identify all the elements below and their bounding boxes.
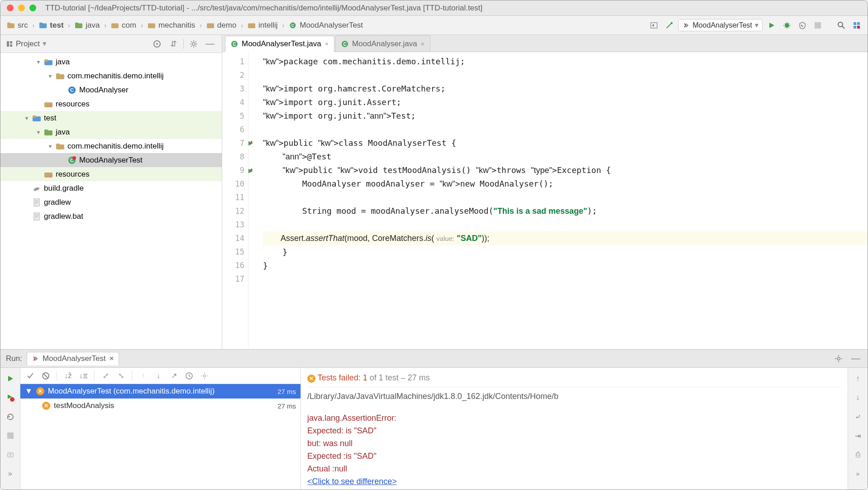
test-row-0[interactable]: ▼ ✕MoodAnalyserTest (com.mechanitis.demo… xyxy=(20,384,300,399)
run-config-combo[interactable]: MoodAnalyserTest ▾ xyxy=(678,19,763,31)
tree-row-gradlew[interactable]: gradlew xyxy=(0,195,222,209)
tree-arrow-icon[interactable]: ▼ xyxy=(48,73,53,79)
rerun-icon[interactable] xyxy=(4,372,17,385)
svg-rect-17 xyxy=(857,22,860,25)
close-icon[interactable]: × xyxy=(421,40,424,48)
project-header-title[interactable]: Project ▾ xyxy=(6,39,147,48)
tree-label: java xyxy=(56,58,70,67)
nav-back-icon[interactable] xyxy=(648,19,660,32)
tree-row-java[interactable]: ▼java xyxy=(0,125,222,139)
stderr-line: java.lang.AssertionError: xyxy=(307,412,841,424)
window-max-dot[interactable] xyxy=(29,5,36,11)
svg-rect-45 xyxy=(34,199,39,206)
test-tree[interactable]: ▼ ✕MoodAnalyserTest (com.mechanitis.demo… xyxy=(20,384,300,490)
run-panel-header: Run: MoodAnalyserTest × — xyxy=(0,350,868,368)
run-button[interactable] xyxy=(765,19,778,32)
tree-label: MoodAnalyserTest xyxy=(79,156,143,165)
search-icon[interactable] xyxy=(835,19,848,32)
rerun-failed-icon[interactable] xyxy=(4,391,17,404)
export-icon[interactable]: ↗ xyxy=(167,370,180,382)
fail-status-icon: ✕ xyxy=(42,402,50,410)
locate-icon[interactable] xyxy=(151,38,163,50)
tree-arrow-icon[interactable]: ▼ xyxy=(48,144,53,149)
expand-all-icon[interactable]: ⇵ xyxy=(167,38,180,50)
tree-row-com-mechanitis-demo-intellij[interactable]: ▼com.mechanitis.demo.intellij xyxy=(0,139,222,153)
scroll-up-icon[interactable]: ↑ xyxy=(852,372,864,385)
scroll-down-icon[interactable]: ↓ xyxy=(852,391,864,404)
hide-panel-icon[interactable]: — xyxy=(204,38,216,50)
editor-tab-moodanalysertest-java[interactable]: CMoodAnalyserTest.java× xyxy=(225,36,334,52)
tree-row-resources[interactable]: resources xyxy=(0,97,222,111)
tree-row-com-mechanitis-demo-intellij[interactable]: ▼com.mechanitis.demo.intellij xyxy=(0,69,222,83)
svg-point-52 xyxy=(10,397,14,402)
see-difference-link[interactable]: <Click to see difference> xyxy=(307,477,397,486)
svg-point-13 xyxy=(785,23,789,28)
close-icon[interactable]: × xyxy=(110,354,114,363)
svg-rect-33 xyxy=(49,104,52,107)
sort-time-icon[interactable]: ↓⧖ xyxy=(77,370,90,382)
tree-row-resources[interactable]: resources xyxy=(0,167,222,181)
crumb-class[interactable]: CMoodAnalyserTest xyxy=(287,20,365,31)
stop-icon xyxy=(4,429,17,442)
code-area[interactable]: 1234567891011121314151617 ▶●▶● "kw">pack… xyxy=(222,52,868,349)
more-icon[interactable]: » xyxy=(852,467,864,480)
stderr-line: Actual :null xyxy=(307,462,841,475)
sort-icon[interactable]: ↓ẑ xyxy=(62,370,74,382)
tree-arrow-icon[interactable]: ▼ xyxy=(24,115,29,121)
crumb-test[interactable]: test xyxy=(37,20,65,31)
close-icon[interactable]: × xyxy=(325,40,329,48)
stderr-line: but: was null xyxy=(307,437,841,450)
history-icon[interactable] xyxy=(183,370,196,382)
gear-icon[interactable] xyxy=(832,352,845,365)
tree-row-moodanalyser[interactable]: CMoodAnalyser xyxy=(0,83,222,97)
soft-wrap-icon[interactable]: ⤶ xyxy=(852,410,864,423)
collapse-icon[interactable]: ⤡ xyxy=(114,370,127,382)
crumb-demo[interactable]: demo xyxy=(205,20,238,31)
expand-icon[interactable]: ⤢ xyxy=(99,370,112,382)
file-icon xyxy=(32,198,41,207)
tree-arrow-icon[interactable]: ▼ xyxy=(36,130,41,135)
crumb-com[interactable]: com xyxy=(109,20,138,31)
crumb-mechanitis[interactable]: mechanitis xyxy=(146,20,197,31)
next-icon[interactable]: ↓ xyxy=(152,370,165,382)
tree-row-java[interactable]: ▼java xyxy=(0,55,222,69)
crumb-src[interactable]: src xyxy=(5,20,30,31)
test-row-1[interactable]: ✕testMoodAnalysis27 ms xyxy=(20,399,300,413)
show-ignored-icon[interactable] xyxy=(39,370,52,382)
more-icon[interactable]: » xyxy=(4,467,17,480)
run-tab[interactable]: MoodAnalyserTest × xyxy=(27,352,119,365)
tree-row-build-gradle[interactable]: build.gradle xyxy=(0,181,222,195)
gear-icon[interactable] xyxy=(198,370,211,382)
tree-row-test[interactable]: ▼test xyxy=(0,111,222,125)
coverage-button[interactable] xyxy=(796,19,809,32)
chevron-right-icon: › xyxy=(200,22,202,29)
debug-button[interactable] xyxy=(781,19,793,32)
gear-icon[interactable] xyxy=(187,38,200,50)
window-min-dot[interactable] xyxy=(18,5,25,11)
dump-icon[interactable] xyxy=(4,448,17,461)
crumb-java[interactable]: java xyxy=(73,20,101,31)
show-passed-icon[interactable] xyxy=(24,370,37,382)
svg-rect-3 xyxy=(39,22,43,24)
editor-tab-moodanalyser-java[interactable]: CMoodAnalyser.java× xyxy=(335,35,430,52)
project-structure-icon[interactable] xyxy=(850,19,863,32)
build-icon[interactable] xyxy=(663,19,676,32)
print-icon[interactable]: ⎙ xyxy=(852,448,864,461)
scroll-end-icon[interactable]: ⇥ xyxy=(852,429,864,442)
hide-panel-icon[interactable]: — xyxy=(849,352,862,365)
tree-label: build.gradle xyxy=(44,184,84,193)
crumb-intellij[interactable]: intellij xyxy=(246,20,280,31)
project-tree[interactable]: ▼java▼com.mechanitis.demo.intellijCMoodA… xyxy=(0,53,222,349)
prev-icon[interactable]: ↑ xyxy=(137,370,149,382)
chevron-right-icon: › xyxy=(141,22,143,29)
test-output[interactable]: ✕ Tests failed: 1 of 1 test – 27 ms /Lib… xyxy=(301,368,848,490)
window-close-dot[interactable] xyxy=(7,5,14,11)
source-code[interactable]: "kw">package com.mechanitis.demo.intelli… xyxy=(258,52,868,349)
svg-rect-27 xyxy=(44,59,48,62)
svg-rect-44 xyxy=(49,174,52,177)
tree-row-gradlew-bat[interactable]: gradlew.bat xyxy=(0,209,222,223)
folder-r-icon xyxy=(44,100,53,108)
toggle-auto-icon[interactable] xyxy=(4,410,17,423)
tree-arrow-icon[interactable]: ▼ xyxy=(36,59,41,65)
tree-row-moodanalysertest[interactable]: CMoodAnalyserTest xyxy=(0,153,222,167)
